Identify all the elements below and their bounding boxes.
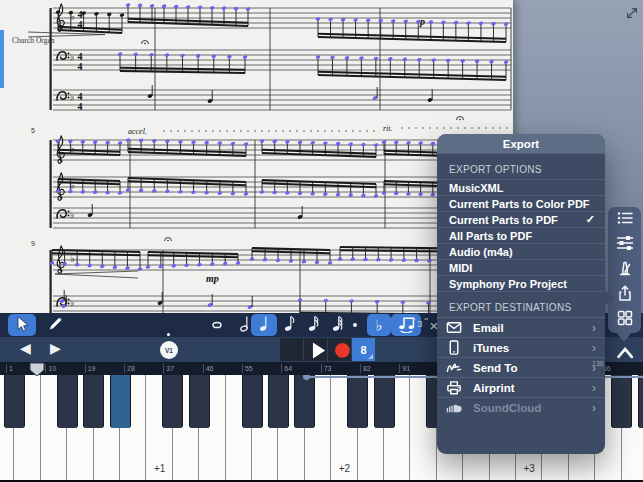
black-key-highlighted[interactable] (110, 375, 131, 428)
black-key[interactable] (638, 375, 643, 428)
note-duration-quick-button[interactable]: 8 (352, 338, 375, 361)
octave-label: +1 (145, 463, 175, 474)
mixer-button[interactable] (614, 235, 636, 255)
prev-page-button[interactable]: ◀ (20, 340, 31, 356)
black-key[interactable] (162, 375, 183, 428)
black-key[interactable] (374, 375, 395, 428)
svg-text:9: 9 (31, 240, 35, 247)
tracks-list-icon (616, 209, 634, 231)
chevron-up-icon[interactable] (614, 343, 636, 359)
black-key[interactable] (294, 375, 315, 428)
export-item-current-parts-to-pdf[interactable]: Current Parts to PDF✓ (437, 211, 605, 227)
svg-text:accel.: accel. (128, 127, 147, 136)
export-item-airprint[interactable]: Airprint› (437, 377, 605, 397)
cursor-icon (13, 314, 31, 336)
export-popup-body: EXPORT OPTIONSMusicXMLCurrent Parts to C… (437, 153, 605, 417)
share-button[interactable] (614, 285, 636, 305)
export-item-email[interactable]: Email› (437, 317, 605, 337)
ruler-tick (203, 364, 204, 373)
part-selection-bar (0, 30, 4, 88)
export-item-label: Symphony Pro Project (449, 278, 567, 290)
ruler-tick (321, 364, 322, 373)
eighth-note-button[interactable] (278, 314, 300, 336)
email-icon (446, 319, 463, 336)
quick-access-strip (608, 207, 641, 333)
pencil-icon (47, 314, 65, 336)
ruler-number: 136 (592, 360, 604, 367)
flat-button[interactable]: ♭ (367, 314, 391, 336)
ruler-tick (360, 364, 361, 373)
export-item-label: All Parts to PDF (449, 230, 532, 242)
black-key[interactable] (242, 375, 263, 428)
pencil-tool-button[interactable] (42, 314, 70, 336)
svg-text:♭: ♭ (70, 298, 74, 308)
export-item-label: Airprint (473, 382, 515, 394)
svg-text:mp: mp (206, 273, 219, 284)
voice-badge[interactable]: V1 (160, 341, 178, 359)
sixteenth-note-button[interactable] (302, 314, 324, 336)
export-section-header: EXPORT DESTINATIONS (437, 291, 605, 317)
ruler-number: 37 (166, 365, 174, 372)
black-key[interactable] (268, 375, 289, 428)
ruler-tick (85, 364, 86, 373)
svg-text:3: 3 (417, 318, 422, 329)
multiwindow-grid-icon (616, 309, 634, 331)
export-item-soundcloud[interactable]: SoundCloud› (437, 397, 605, 417)
black-key[interactable] (611, 375, 632, 428)
black-key[interactable] (57, 375, 78, 428)
export-item-audio-m4a-[interactable]: Audio (m4a) (437, 243, 605, 259)
export-item-send-to[interactable]: Send To› (437, 357, 605, 377)
soundcloud-icon (446, 399, 463, 416)
octave-label: +3 (514, 463, 544, 474)
ruler-number: 28 (127, 365, 135, 372)
itunes-icon (446, 339, 463, 356)
next-page-button[interactable]: ▶ (50, 340, 61, 356)
metronome-icon (616, 259, 634, 281)
metronome-button[interactable] (614, 260, 636, 280)
export-item-current-parts-to-color-pdf[interactable]: Current Parts to Color PDF (437, 195, 605, 211)
airprint-icon (446, 379, 463, 396)
play-button[interactable] (304, 338, 327, 361)
export-popup: Export EXPORT OPTIONSMusicXMLCurrent Par… (437, 134, 605, 454)
export-item-all-parts-to-pdf[interactable]: All Parts to PDF (437, 227, 605, 243)
export-item-midi[interactable]: MIDI (437, 259, 605, 275)
ruler-tick (281, 364, 282, 373)
transport-controls: 8 (280, 338, 375, 361)
select-tool-button[interactable] (8, 314, 36, 336)
record-button[interactable] (328, 338, 351, 361)
export-item-symphony-pro-project[interactable]: Symphony Pro Project (437, 275, 605, 291)
checkmark-icon: ✓ (586, 213, 595, 226)
ruler-number: 19 (88, 365, 96, 372)
export-item-musicxml[interactable]: MusicXML (437, 179, 605, 195)
ruler-number: 91 (402, 365, 410, 372)
quarter-note-icon (255, 314, 273, 336)
ruler-number: 82 (363, 365, 371, 372)
send-to-icon (446, 359, 463, 376)
augmentation-dot-button[interactable] (346, 314, 364, 336)
black-key[interactable] (347, 375, 368, 428)
whole-note-button[interactable] (205, 314, 229, 336)
expand-icon[interactable] (624, 5, 640, 21)
multiwindow-grid-button[interactable] (614, 310, 636, 330)
sixteenth-note-icon (304, 314, 322, 336)
tracks-list-button[interactable] (614, 210, 636, 230)
ruler-tick (163, 364, 164, 373)
export-section-header: EXPORT OPTIONS (437, 153, 605, 179)
black-key[interactable] (4, 375, 25, 428)
quick-access-strip-tail (616, 332, 632, 342)
ruler-tick (124, 364, 125, 373)
export-item-label: Current Parts to Color PDF (449, 198, 590, 210)
quarter-note-button[interactable] (251, 314, 277, 336)
black-key[interactable] (83, 375, 104, 428)
black-key[interactable] (189, 375, 210, 428)
ruler-number: 55 (245, 365, 253, 372)
thirty-second-note-icon (328, 314, 346, 336)
skip-to-start-button[interactable] (280, 338, 303, 361)
ruler-number: 73 (324, 365, 332, 372)
svg-text:♭: ♭ (70, 210, 74, 220)
svg-text:♭: ♭ (70, 52, 74, 62)
thirty-second-note-button[interactable] (326, 314, 348, 336)
export-item-itunes[interactable]: iTunes› (437, 337, 605, 357)
eighth-note-icon (280, 314, 298, 336)
export-item-label: Email (473, 322, 504, 334)
